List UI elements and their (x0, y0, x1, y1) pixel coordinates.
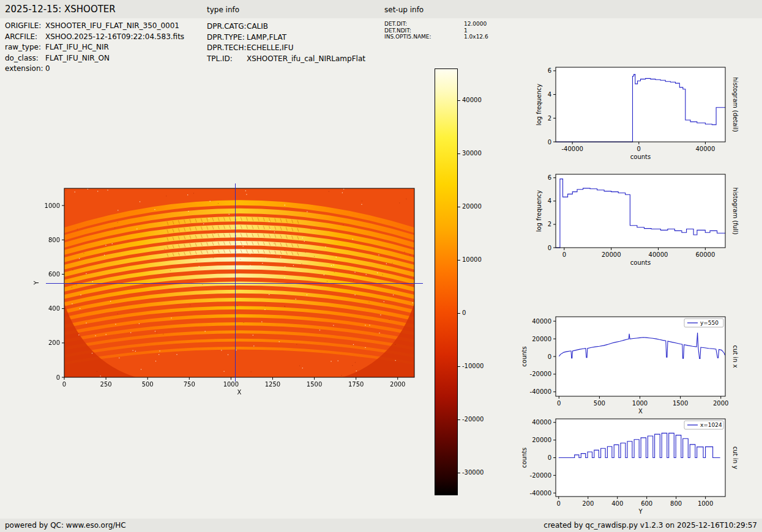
meta-value: ECHELLE,IFU (247, 43, 294, 54)
svg-text:log frequency: log frequency (536, 190, 542, 232)
colorbar-tick-label: -10000 (462, 363, 484, 369)
file-info-row: ORIGFILE:XSHOOTER_IFU_FLAT_NIR_350_0001 (5, 21, 184, 32)
svg-text:40000: 40000 (532, 318, 551, 325)
svg-text:cut in x: cut in x (732, 345, 739, 368)
meta-label: DPR.TYPE: (207, 33, 247, 44)
svg-text:40000: 40000 (649, 251, 668, 258)
svg-text:500: 500 (142, 381, 154, 388)
svg-text:800: 800 (48, 237, 60, 243)
svg-text:Y: Y (33, 281, 40, 286)
svg-text:0: 0 (548, 139, 551, 146)
svg-text:1750: 1750 (348, 381, 364, 388)
svg-text:20000: 20000 (532, 437, 551, 443)
colorbar-tick (458, 313, 460, 314)
file-info-block: ORIGFILE:XSHOOTER_IFU_FLAT_NIR_350_0001 … (5, 21, 184, 75)
svg-text:40000: 40000 (532, 419, 551, 426)
meta-label: TPL.ID: (207, 54, 247, 65)
svg-text:x=1024: x=1024 (700, 422, 722, 428)
svg-text:X: X (237, 389, 242, 396)
cut-in-x-plot: 0500100015002000-40000-2000002000040000X… (556, 317, 725, 396)
svg-text:250: 250 (100, 381, 112, 388)
colorbar-tick-label: 40000 (462, 97, 482, 103)
file-info-row: do_class:FLAT_IFU_NIR_ON (5, 54, 184, 65)
footer-bar: powered by QC: www.eso.org/HC created by… (0, 519, 762, 532)
svg-text:y=550: y=550 (700, 320, 719, 326)
meta-label: INS.OPTI5.NAME: (384, 34, 464, 40)
type-info-row: TPL.ID:XSHOOTER_ifu_cal_NIRLampFlat (207, 54, 365, 65)
meta-value: 0 (45, 64, 50, 75)
setup-info-row: DET.NDIT:1 (384, 28, 488, 34)
svg-text:0: 0 (548, 454, 551, 461)
svg-text:400: 400 (48, 305, 60, 312)
meta-value: 12.0000 (464, 21, 487, 28)
svg-text:20000: 20000 (532, 336, 551, 342)
colorbar-tick (458, 207, 460, 207)
meta-value: 1.0x12.6 (464, 34, 488, 40)
meta-label: extension: (5, 64, 45, 75)
svg-text:1250: 1250 (265, 381, 280, 388)
meta-label: raw_type: (5, 43, 45, 54)
svg-text:2: 2 (548, 115, 551, 122)
type-info-heading: type info (207, 6, 239, 14)
svg-text:X: X (638, 408, 643, 415)
colorbar-tick-label: -20000 (462, 416, 484, 423)
colorbar-tick (458, 100, 460, 101)
type-info-row: DPR.CATG:CALIB (207, 22, 365, 33)
svg-text:6: 6 (548, 67, 551, 74)
meta-value: XSHOOTER_IFU_FLAT_NIR_350_0001 (45, 21, 179, 32)
file-info-row: raw_type:FLAT_IFU_HC_NIR (5, 43, 184, 54)
svg-text:histogram (detail): histogram (detail) (732, 77, 739, 132)
colorbar-gradient (435, 68, 458, 495)
svg-text:200: 200 (582, 500, 594, 507)
setup-info-row: DET.DIT:12.0000 (384, 21, 488, 28)
svg-text:0: 0 (548, 245, 551, 251)
type-info-row: DPR.TECH:ECHELLE,IFU (207, 43, 365, 54)
crosshair-horizontal-line (46, 283, 423, 284)
histogram-detail-plot: -400000400000246countslog frequencyhisto… (556, 67, 725, 142)
colorbar-tick (458, 366, 460, 367)
meta-label: do_class: (5, 54, 45, 65)
svg-text:1500: 1500 (673, 400, 688, 407)
footer-right-text: created by qc_rawdisp.py v1.2.3 on 2025-… (543, 521, 757, 530)
colorbar: 400003000020000100000-10000-20000-30000 (435, 68, 457, 494)
svg-text:cut in y: cut in y (732, 446, 739, 469)
svg-text:-40000: -40000 (561, 146, 583, 152)
meta-label: ARCFILE: (5, 32, 45, 43)
colorbar-tick-label: 10000 (462, 257, 482, 263)
colorbar-tick (458, 153, 460, 154)
type-info-block: DPR.CATG:CALIB DPR.TYPE:LAMP,FLAT DPR.TE… (207, 22, 365, 65)
svg-text:800: 800 (670, 500, 682, 507)
svg-text:750: 750 (184, 381, 195, 388)
svg-text:0: 0 (637, 146, 641, 152)
svg-text:counts: counts (521, 448, 528, 468)
type-info-row: DPR.TYPE:LAMP,FLAT (207, 33, 365, 44)
svg-text:4: 4 (548, 198, 551, 204)
file-info-row: ARCFILE:XSHOO.2025-12-16T09:22:04.583.fi… (5, 32, 184, 43)
svg-text:counts: counts (630, 259, 651, 266)
header-bar: 2025-12-15: XSHOOTER type info set-up in… (0, 0, 762, 18)
setup-info-block: DET.DIT:12.0000 DET.NDIT:1 INS.OPTI5.NAM… (384, 21, 488, 40)
svg-text:-40000: -40000 (530, 490, 551, 497)
svg-text:0: 0 (557, 500, 561, 507)
svg-text:6: 6 (548, 174, 551, 181)
svg-text:60000: 60000 (695, 251, 715, 258)
colorbar-tick-label: 0 (462, 310, 466, 316)
svg-text:1000: 1000 (45, 202, 60, 209)
svg-text:1000: 1000 (632, 400, 648, 407)
meta-value: LAMP,FLAT (247, 33, 286, 44)
meta-value: FLAT_IFU_NIR_ON (45, 54, 110, 65)
svg-text:0: 0 (56, 374, 60, 381)
svg-text:0: 0 (557, 400, 561, 407)
meta-label: DPR.CATG: (207, 22, 247, 33)
meta-label: ORIGFILE: (5, 21, 45, 32)
svg-text:1000: 1000 (223, 381, 239, 388)
colorbar-tick (458, 260, 460, 260)
meta-value: 1 (464, 28, 468, 34)
svg-text:log frequency: log frequency (536, 84, 542, 126)
meta-value: XSHOO.2025-12-16T09:22:04.583.fits (45, 32, 184, 43)
svg-text:4: 4 (548, 91, 551, 98)
histogram-full-plot: 02000040000600000246countslog frequencyh… (556, 174, 725, 248)
meta-label: DPR.TECH: (207, 43, 247, 54)
svg-text:400: 400 (611, 500, 623, 507)
svg-text:counts: counts (521, 346, 528, 366)
